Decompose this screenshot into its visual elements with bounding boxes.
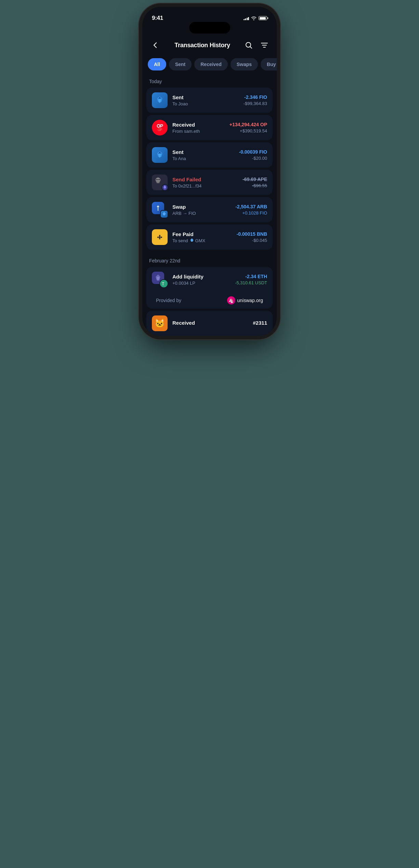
tx-title-failed: Send Failed	[172, 177, 238, 182]
uniswap-domain: uniswap.org	[237, 298, 263, 303]
tx-info-liq: Add liquidity +0.0034 LP	[172, 274, 230, 286]
tx-icon-fio	[152, 92, 168, 108]
filter-tabs: All Sent Received Swaps Buy Se...	[142, 55, 277, 76]
tx-subtitle: +0.0034 LP	[172, 281, 230, 286]
tx-item-received-nft[interactable]: 🐱 Received #2311	[146, 311, 273, 336]
dynamic-island	[189, 22, 230, 34]
tx-item-sent-fio-ana[interactable]: Sent To Ana -0.00039 FIO -$20.00	[146, 142, 273, 168]
tx-item-swap-arb-fio[interactable]: Swap ARB → FIO -2,504.37 ARB +0.1028 FIO	[146, 197, 273, 222]
tx-amount-primary: -2,504.37 ARB	[235, 204, 267, 209]
tx-subtitle: To send GMX	[172, 238, 232, 243]
tx-amount-secondary: -$99,364.83	[244, 101, 267, 106]
tx-info-swap: Swap ARB → FIO	[172, 204, 231, 216]
tx-list-today: Sent To Joao -2.346 FIO -$99,364.83 OP O…	[142, 88, 277, 250]
tx-amount-secondary: +0.1028 FIO	[235, 210, 267, 216]
uniswap-logo: 🦄	[227, 296, 235, 305]
tx-item-received-op[interactable]: OP OP Received From sam.eth +134,294.424…	[146, 115, 273, 140]
tx-info-sent-fio-ana: Sent To Ana	[172, 149, 234, 161]
svg-marker-19	[191, 238, 193, 242]
tx-title: Received	[172, 320, 248, 326]
tx-title: Fee Paid	[172, 231, 232, 237]
svg-rect-18	[159, 236, 161, 238]
tab-sent[interactable]: Sent	[169, 58, 192, 70]
provided-by: Provided by 🦄 uniswap.org	[146, 292, 273, 309]
tx-icon-bnb	[152, 229, 168, 245]
tab-received[interactable]: Received	[194, 58, 227, 70]
tx-amount-secondary: -$0.045	[237, 238, 267, 243]
tx-subtitle: To Joao	[172, 101, 239, 106]
tx-item-failed-ape[interactable]: Send Failed To 0x2f21...f34 -69.69 APE -…	[146, 170, 273, 195]
tx-item-sent-fio-joao[interactable]: Sent To Joao -2.346 FIO -$99,364.83	[146, 88, 273, 113]
phone-frame: 9:41 Tra	[142, 7, 277, 336]
tx-info-sent-fio-joao: Sent To Joao	[172, 94, 239, 106]
filter-button[interactable]	[259, 40, 270, 51]
tx-amount-primary: -0.00039 FIO	[239, 149, 267, 155]
tx-title: Sent	[172, 149, 234, 155]
wifi-icon	[251, 16, 257, 20]
tx-title: Swap	[172, 204, 231, 210]
tx-amounts: -2.346 FIO -$99,364.83	[244, 94, 267, 106]
app-header: Transaction History	[142, 34, 277, 55]
tx-icon-fio2	[152, 147, 168, 163]
tx-info-received-nft: Received	[172, 320, 248, 327]
tx-list-feb22: T Add liquidity +0.0034 LP -2.34 ETH -5,…	[142, 267, 277, 336]
tx-subtitle: To 0x2f21...f34	[172, 183, 238, 189]
svg-point-9	[158, 179, 160, 180]
provided-by-label: Provided by	[156, 298, 181, 303]
tx-amounts: -69.69 APE -$96.55	[243, 177, 267, 188]
tx-amount-primary: -0.00015 BNB	[237, 231, 267, 237]
svg-text:T: T	[162, 282, 165, 286]
tx-amount-secondary: -$96.55	[243, 183, 267, 188]
tx-amounts: -0.00015 BNB -$0.045	[237, 231, 267, 243]
search-button[interactable]	[243, 40, 254, 51]
tx-item-fee-bnb[interactable]: Fee Paid To send GMX -0.00015 BNB -$0.04…	[146, 224, 273, 250]
tx-subtitle: ARB → FIO	[172, 211, 231, 216]
tx-amounts: +134,294.424 OP +$390,519.54	[230, 122, 267, 133]
page-title: Transaction History	[174, 42, 230, 49]
tx-amount-primary: -2.34 ETH	[235, 274, 267, 279]
tx-amount-primary: +134,294.424 OP	[230, 122, 267, 127]
header-actions	[243, 40, 270, 51]
tx-item-add-liquidity[interactable]: T Add liquidity +0.0034 LP -2.34 ETH -5,…	[146, 267, 273, 309]
tx-icon-op: OP OP	[152, 120, 168, 135]
tx-amounts: -0.00039 FIO -$20.00	[239, 149, 267, 161]
tx-amount-secondary: -$20.00	[239, 156, 267, 161]
tab-swaps[interactable]: Swaps	[231, 58, 258, 70]
tx-icon-ape-eth	[152, 174, 168, 190]
tx-amount-primary: -2.346 FIO	[244, 94, 267, 100]
status-icons	[244, 16, 267, 20]
tx-title: Sent	[172, 94, 239, 100]
tx-icon-nft: 🐱	[152, 315, 168, 331]
tx-icon-swap	[152, 202, 168, 218]
tx-amount-secondary: -5,310.61 USDT	[235, 280, 267, 285]
back-button[interactable]	[149, 39, 161, 51]
battery-icon	[259, 16, 267, 20]
tx-subtitle: To Ana	[172, 156, 234, 161]
gmx-icon	[189, 238, 194, 243]
tx-subtitle: From sam.eth	[172, 129, 225, 134]
tx-info-fee-bnb: Fee Paid To send GMX	[172, 231, 232, 243]
tab-all[interactable]: All	[148, 58, 166, 70]
status-time: 9:41	[152, 15, 163, 22]
tx-title: Received	[172, 122, 225, 128]
tx-amounts: -2.34 ETH -5,310.61 USDT	[235, 274, 267, 285]
tx-amount-primary: #2311	[253, 320, 267, 326]
tx-icon-liq: T	[152, 272, 168, 287]
tx-title: Add liquidity	[172, 274, 230, 280]
section-today: Today	[142, 76, 277, 88]
tx-info-failed-ape: Send Failed To 0x2f21...f34	[172, 177, 238, 189]
tx-amounts: -2,504.37 ARB +0.1028 FIO	[235, 204, 267, 216]
svg-point-8	[156, 179, 158, 180]
tx-amounts: #2311	[253, 320, 267, 327]
tx-amount-secondary: +$390,519.54	[230, 128, 267, 133]
uniswap-link[interactable]: 🦄 uniswap.org	[227, 296, 263, 305]
svg-marker-16	[163, 212, 166, 215]
tab-buy[interactable]: Buy	[261, 58, 277, 70]
tx-info-received-op: Received From sam.eth	[172, 122, 225, 134]
signal-icon	[244, 16, 249, 20]
tx-amount-primary: -69.69 APE	[243, 177, 267, 182]
section-feb22: February 22nd	[142, 255, 277, 267]
